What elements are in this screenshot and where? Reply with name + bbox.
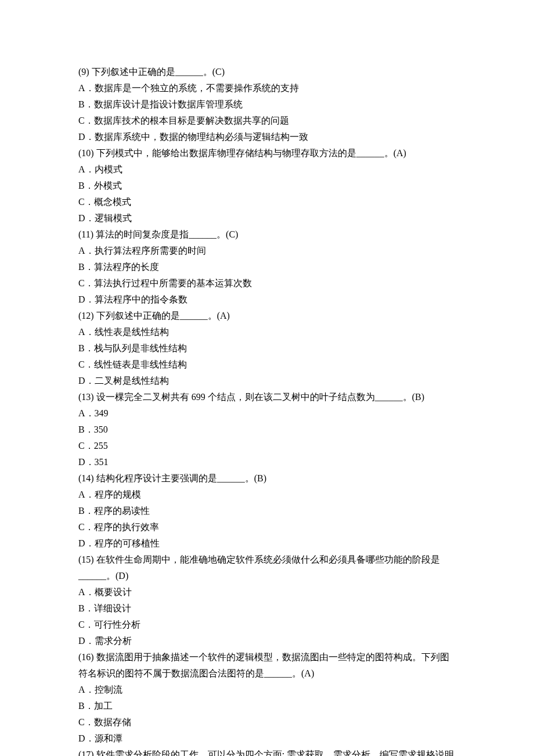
question-option: D．需求分析 (78, 633, 456, 649)
question-option: D．数据库系统中，数据的物理结构必须与逻辑结构一致 (78, 129, 456, 145)
question-option: B．外模式 (78, 178, 456, 194)
question-option: A．概要设计 (78, 584, 456, 600)
question-stem: (17) 软件需求分析阶段的工作，可以分为四个方面: 需求获取、需求分析、编写需… (78, 747, 456, 756)
question-option: C．可行性分析 (78, 617, 456, 633)
question-option: A．控制流 (78, 682, 456, 698)
document-body: (9) 下列叙述中正确的是______。(C)A．数据库是一个独立的系统，不需要… (78, 64, 456, 756)
question-option: B．详细设计 (78, 600, 456, 617)
question-option: B．栈与队列是非线性结构 (78, 340, 456, 357)
question-option: A．内模式 (78, 161, 456, 178)
question-option: A．349 (78, 405, 456, 422)
question-option: B．加工 (78, 698, 456, 714)
question-stem: (9) 下列叙述中正确的是______。(C) (78, 64, 456, 80)
question-option: C．线性链表是非线性结构 (78, 357, 456, 373)
question-option: A．线性表是线性结构 (78, 324, 456, 340)
question-stem: (12) 下列叙述中正确的是______。(A) (78, 308, 456, 324)
question-stem: (10) 下列模式中，能够给出数据库物理存储结构与物理存取方法的是______。… (78, 145, 456, 161)
question-option: C．255 (78, 438, 456, 454)
question-option: B．350 (78, 422, 456, 438)
question-option: C．算法执行过程中所需要的基本运算次数 (78, 275, 456, 291)
question-stem: (15) 在软件生命周期中，能准确地确定软件系统必须做什么和必须具备哪些功能的阶… (78, 552, 456, 584)
question-option: D．二叉树是线性结构 (78, 373, 456, 389)
question-option: D．算法程序中的指令条数 (78, 291, 456, 308)
question-stem: (13) 设一棵完全二叉树共有 699 个结点，则在该二叉树中的叶子结点数为__… (78, 389, 456, 405)
question-option: D．程序的可移植性 (78, 535, 456, 552)
question-option: B．程序的易读性 (78, 503, 456, 519)
question-option: C．概念模式 (78, 194, 456, 210)
question-option: D．逻辑模式 (78, 210, 456, 226)
question-option: D．351 (78, 454, 456, 470)
question-option: B．算法程序的长度 (78, 259, 456, 275)
question-option: A．执行算法程序所需要的时间 (78, 243, 456, 259)
question-option: C．程序的执行效率 (78, 519, 456, 535)
question-option: D．源和潭 (78, 730, 456, 747)
question-option: B．数据库设计是指设计数据库管理系统 (78, 96, 456, 113)
question-option: C．数据存储 (78, 714, 456, 730)
question-stem: (16) 数据流图用于抽象描述一个软件的逻辑模型，数据流图由一些特定的图符构成。… (78, 649, 456, 682)
question-option: A．程序的规模 (78, 487, 456, 503)
question-option: C．数据库技术的根本目标是要解决数据共享的问题 (78, 113, 456, 129)
question-stem: (11) 算法的时间复杂度是指______。(C) (78, 226, 456, 243)
question-stem: (14) 结构化程序设计主要强调的是______。(B) (78, 470, 456, 487)
question-option: A．数据库是一个独立的系统，不需要操作系统的支持 (78, 80, 456, 96)
